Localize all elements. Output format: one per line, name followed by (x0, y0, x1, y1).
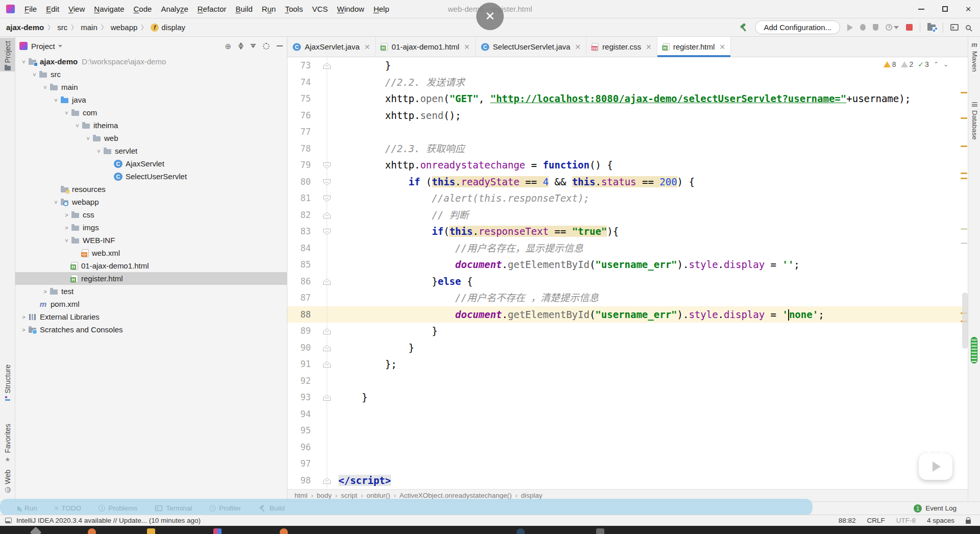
gutter-fold-column[interactable] (316, 90, 338, 107)
tab-register.html[interactable]: register.html✕ (657, 37, 731, 57)
menu-item-view[interactable]: View (64, 5, 89, 13)
gutter-fold-column[interactable] (316, 472, 338, 489)
lock-icon[interactable] (966, 520, 971, 524)
tree-item-main[interactable]: ˅main (15, 81, 287, 93)
tree-item-itheima[interactable]: ˅itheima (15, 119, 287, 132)
hide-panel-icon[interactable] (277, 45, 283, 46)
taskbar-icon[interactable] (88, 528, 96, 534)
tree-collapse-icon[interactable]: ˅ (84, 135, 92, 141)
tree-item-ajax-demo[interactable]: ˅ajax-demoD:\workspace\ajax-demo (15, 55, 287, 68)
code-line-86[interactable]: 86 }else { (287, 273, 968, 290)
breadcrumb-item-html[interactable]: html (295, 492, 308, 499)
gutter-fold-column[interactable] (316, 107, 338, 124)
code-line-73[interactable]: 73 } (287, 57, 968, 74)
gutter-fold-column[interactable] (316, 207, 338, 224)
gutter-fold-column[interactable] (316, 124, 338, 140)
line-number[interactable]: 75 (287, 93, 316, 104)
menu-item-build[interactable]: Build (231, 5, 257, 13)
breadcrumb-item-activexobject-onreadystatechange-[interactable]: ActiveXObject.onreadystatechange() (400, 492, 512, 499)
error-stripe-mark[interactable] (961, 173, 967, 174)
breadcrumb-item-display[interactable]: display (521, 492, 542, 499)
code-line-87[interactable]: 87 //用户名不存在 ，清楚提示信息 (287, 289, 968, 306)
toolwindow-button-problems[interactable]: !Problems (99, 504, 137, 512)
tab-ajaxservlet.java[interactable]: CAjaxServlet.java✕ (287, 37, 376, 57)
tree-collapse-icon[interactable]: ˅ (52, 97, 60, 103)
code-line-96[interactable]: 96 (287, 439, 968, 456)
code-line-79[interactable]: 79 xhttp.onreadystatechange = function()… (287, 157, 968, 174)
taskbar-icon[interactable] (30, 527, 42, 534)
chevron-down-icon[interactable] (58, 45, 62, 47)
error-stripe-mark[interactable] (961, 228, 967, 230)
menu-item-analyze[interactable]: Analyze (156, 5, 192, 13)
gutter-fold-column[interactable] (316, 190, 338, 207)
tree-item-imgs[interactable]: ˃imgs (15, 221, 287, 234)
menu-item-vcs[interactable]: VCS (307, 5, 332, 13)
prev-problem-icon[interactable]: ⌃ (934, 61, 939, 68)
breadcrumb-item-ajax-demo[interactable]: ajax-demo (6, 23, 44, 32)
menu-item-help[interactable]: Help (369, 5, 394, 13)
file-encoding[interactable]: UTF-8 (896, 517, 916, 524)
menu-item-run[interactable]: Run (257, 5, 281, 13)
tree-item-01-ajax-demo1-html[interactable]: 01-ajax-demo1.html (15, 259, 287, 272)
windows-taskbar[interactable] (0, 526, 980, 534)
line-number[interactable]: 95 (287, 425, 316, 435)
breadcrumb-item-onblur-[interactable]: onblur() (366, 492, 390, 499)
line-number[interactable]: 84 (287, 243, 316, 253)
toolwindow-button-run[interactable]: Run (17, 504, 37, 512)
line-number[interactable]: 78 (287, 143, 316, 154)
indent-setting[interactable]: 4 spaces (927, 517, 954, 524)
tree-item-src[interactable]: ˅src (15, 68, 287, 81)
tab-close-icon[interactable]: ✕ (464, 43, 470, 51)
tree-item-external-libraries[interactable]: ˃External Libraries (15, 310, 287, 323)
line-number[interactable]: 77 (287, 127, 316, 137)
error-stripe-mark[interactable] (961, 242, 967, 244)
tab-close-icon[interactable]: ✕ (719, 43, 725, 51)
breadcrumb-item-webapp[interactable]: webapp (111, 23, 138, 32)
code-line-80[interactable]: 80 if (this.readyState == 4 && this.stat… (287, 174, 968, 190)
line-number[interactable]: 96 (287, 442, 316, 452)
tree-item-web-inf[interactable]: ˅WEB-INF (15, 234, 287, 247)
taskbar-icon[interactable] (280, 528, 288, 534)
gutter-fold-column[interactable] (316, 157, 338, 174)
gutter-fold-column[interactable] (316, 256, 338, 273)
tree-collapse-icon[interactable]: ˅ (62, 110, 71, 116)
inspections-widget[interactable]: 8 2 ✓3 ⌃ ⌄ (881, 59, 950, 69)
build-hammer-icon[interactable] (740, 23, 748, 32)
breadcrumb-item-script[interactable]: script (341, 492, 357, 499)
status-message[interactable]: IntelliJ IDEA 2020.3.4 available // Upda… (16, 517, 201, 524)
line-number[interactable]: 93 (287, 392, 316, 402)
code-line-92[interactable]: 92 (287, 373, 968, 390)
tree-item-web[interactable]: ˅web (15, 132, 287, 144)
tab-01-ajax-demo1.html[interactable]: 01-ajax-demo1.html✕ (376, 37, 475, 57)
toolwindow-button-profiler[interactable]: Profiler (209, 504, 241, 512)
tree-expand-icon[interactable]: ˃ (19, 327, 28, 333)
tree-item-css[interactable]: ˃css (15, 208, 287, 221)
line-number[interactable]: 94 (287, 409, 316, 419)
error-stripe-mark[interactable] (961, 178, 967, 179)
overlay-close-button[interactable]: ✕ (476, 3, 504, 30)
code-editor[interactable]: 73 }74 //2.2. 发送请求75 xhttp.open("GET", "… (287, 57, 968, 489)
caret-position[interactable]: 88:82 (839, 517, 856, 524)
line-number[interactable]: 80 (287, 177, 316, 187)
debug-icon[interactable] (860, 24, 866, 31)
gutter-fold-column[interactable] (316, 273, 338, 290)
gutter-fold-column[interactable] (316, 439, 338, 456)
code-line-75[interactable]: 75 xhttp.open("GET", "http://localhost:8… (287, 90, 968, 107)
tree-item-test[interactable]: ˃test (15, 285, 287, 298)
line-number[interactable]: 79 (287, 160, 316, 170)
gutter-fold-column[interactable] (316, 406, 338, 423)
event-log-button[interactable]: 1Event Log (914, 504, 980, 513)
line-number[interactable]: 86 (287, 276, 316, 286)
close-button[interactable]: × (957, 0, 980, 18)
taskbar-icon[interactable] (213, 528, 222, 534)
error-stripe-mark[interactable] (961, 117, 967, 119)
tab-close-icon[interactable]: ✕ (646, 43, 652, 51)
search-icon[interactable] (966, 25, 971, 30)
tree-expand-icon[interactable]: ˃ (62, 225, 71, 231)
gutter-fold-column[interactable] (316, 223, 338, 240)
add-configuration-button[interactable]: Add Configuration... (755, 20, 840, 34)
sidebar-item-structure[interactable]: Structure (0, 361, 15, 409)
code-line-77[interactable]: 77 (287, 124, 968, 140)
toolwindow-button-build[interactable]: Build (258, 504, 285, 513)
code-line-84[interactable]: 84 //用户名存在，显示提示信息 (287, 240, 968, 257)
